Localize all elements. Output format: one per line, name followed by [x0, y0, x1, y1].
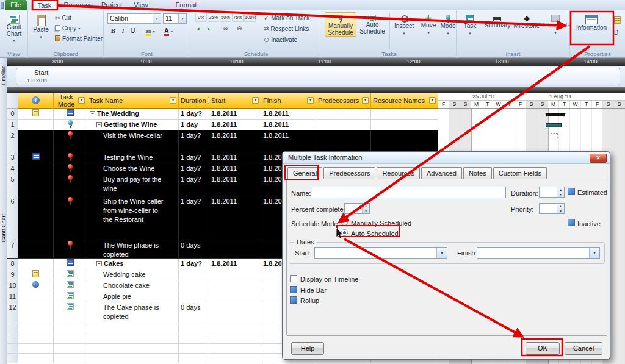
indicators-column-header[interactable]: i — [18, 93, 54, 109]
task-mode-cell[interactable] — [54, 259, 87, 269]
duration-stepper[interactable]: ▲▼ — [539, 187, 565, 198]
task-mode-cell[interactable] — [54, 240, 87, 259]
start-cell[interactable]: 1.8.2011 — [209, 174, 261, 196]
close-icon[interactable]: ✕ — [590, 154, 607, 163]
task-mode-cell[interactable] — [54, 152, 87, 163]
copy-button[interactable]: Copy ▾ — [54, 23, 81, 33]
row-number[interactable]: 12 — [7, 302, 18, 324]
spinner-arrows-icon[interactable]: ▲▼ — [362, 204, 369, 213]
insert-summary-button[interactable]: Summary — [483, 12, 511, 30]
task-mode-cell[interactable] — [54, 174, 87, 196]
task-mode-cell[interactable] — [54, 302, 87, 324]
insert-task-button[interactable]: Task ▾ — [459, 12, 481, 37]
task-mode-cell[interactable] — [54, 280, 87, 291]
spinner-arrows-icon[interactable]: ▲▼ — [557, 204, 564, 213]
predecessors-cell[interactable] — [316, 120, 371, 130]
row-number[interactable]: 11 — [7, 291, 18, 302]
resource-names-cell[interactable] — [371, 130, 438, 152]
collapse-toggle[interactable]: − — [90, 111, 95, 116]
inactive-checkbox[interactable] — [568, 219, 575, 226]
mode-button[interactable]: Mode ▾ — [441, 12, 455, 37]
start-cell[interactable]: 1.8.2011 — [209, 130, 261, 152]
resource-names-cell[interactable] — [371, 109, 438, 120]
task-name-cell[interactable]: Testing the Wine — [87, 152, 179, 163]
spinner-arrows-icon[interactable]: ▲▼ — [557, 187, 564, 197]
filter-arrow-icon[interactable]: ▾ — [252, 97, 259, 104]
duration-cell[interactable]: 0 days — [179, 240, 209, 259]
task-name-cell[interactable]: Chocolate cake — [87, 280, 179, 291]
indicator-cell[interactable] — [18, 280, 54, 291]
row-number[interactable]: 5 — [7, 174, 18, 196]
name-input[interactable] — [312, 187, 506, 198]
task-row-2[interactable]: 2Visit the Wine-cellar1 day?1.8.20111.8.… — [7, 130, 438, 152]
paste-button[interactable]: Paste ▾ — [31, 12, 51, 41]
respect-links-button[interactable]: ⇄ Respect Links — [262, 24, 310, 34]
auto-scheduled-label[interactable]: Auto Scheduled — [351, 230, 399, 237]
collapse-toggle[interactable]: − — [96, 261, 102, 266]
insert-deliverable-button[interactable]: Deliverable ▾ — [542, 12, 569, 37]
resource-names-cell[interactable] — [371, 120, 438, 130]
start-cell[interactable]: 1.8.2011 — [209, 120, 261, 130]
indicator-cell[interactable] — [18, 120, 54, 130]
start-cell[interactable] — [209, 302, 261, 324]
task-name-cell[interactable]: −The Wedding — [87, 109, 179, 120]
estimated-checkbox[interactable] — [568, 188, 575, 195]
duration-cell[interactable] — [179, 269, 209, 280]
task-name-cell[interactable]: Visit the Wine-cellar — [87, 130, 179, 152]
filter-arrow-icon[interactable]: ▾ — [170, 97, 176, 104]
link-tasks-button[interactable]: ∞ — [222, 24, 229, 34]
row-number[interactable]: 2 — [7, 130, 18, 152]
indicator-cell[interactable] — [18, 291, 54, 302]
tab-project[interactable]: Project — [98, 0, 126, 10]
task-name-cell[interactable]: −Cakes — [87, 259, 179, 269]
finish-cell[interactable]: 1.8.2011 — [261, 120, 316, 130]
timeline-body[interactable]: Start 1.8.2011 — [7, 66, 625, 87]
task-mode-cell[interactable] — [54, 291, 87, 302]
start-cell[interactable]: 1.8.2011 — [209, 109, 261, 120]
percent-0-button[interactable]: 0% — [195, 13, 207, 22]
move-button[interactable]: ✛ Move ▾ — [417, 12, 439, 37]
duration-cell[interactable]: 1 day? — [179, 163, 209, 174]
finish-cell[interactable]: 1.8.2011 — [261, 130, 316, 152]
finish-cell[interactable]: 1.8.2011 — [261, 109, 316, 120]
filter-arrow-icon[interactable]: ▾ — [429, 97, 436, 104]
manually-schedule-button[interactable]: Manually Schedule — [325, 12, 356, 37]
mark-on-track-button[interactable]: ✓ Mark on Track — [262, 13, 311, 23]
percent-50-button[interactable]: 50% — [220, 13, 231, 22]
row-number[interactable]: 6 — [7, 196, 18, 240]
tab-view[interactable]: View — [129, 0, 153, 10]
duration-cell[interactable]: 1 day? — [179, 130, 209, 152]
details-button[interactable]: D — [613, 27, 620, 37]
indicator-cell[interactable] — [18, 196, 54, 240]
font-color-button[interactable]: A ▾ — [161, 26, 176, 36]
row-number[interactable]: 3 — [7, 152, 18, 163]
auto-schedule-button[interactable]: Auto Schedule — [358, 12, 387, 35]
start-cell[interactable]: 1.8.2011 — [209, 163, 261, 174]
filter-arrow-icon[interactable]: ▾ — [362, 97, 369, 104]
indicator-cell[interactable] — [18, 269, 54, 280]
rollup-checkbox[interactable] — [290, 296, 297, 304]
underline-button[interactable]: U — [128, 26, 137, 36]
indent-button[interactable]: ▸ — [206, 24, 212, 34]
tab-general[interactable]: General — [287, 167, 322, 180]
filter-arrow-icon[interactable]: ▾ — [78, 97, 85, 104]
display-on-timeline-checkbox[interactable] — [290, 275, 297, 282]
format-painter-button[interactable]: Format Painter — [54, 34, 104, 43]
gantt-summary-bar[interactable] — [546, 113, 565, 116]
notes-button[interactable] — [613, 15, 622, 25]
task-name-cell[interactable]: Wedding cake — [87, 269, 179, 280]
task-mode-cell[interactable] — [54, 196, 87, 240]
task-mode-column-header[interactable]: Task Mode ▾ — [54, 93, 87, 109]
task-row-1[interactable]: 1−Getting the Wine1 day1.8.20111.8.2011 — [7, 120, 438, 130]
row-number[interactable]: 8 — [7, 259, 18, 269]
timeline-pane-strip[interactable]: Timeline — [0, 58, 7, 93]
task-mode-cell[interactable] — [54, 130, 87, 152]
indicator-cell[interactable] — [18, 163, 54, 174]
gantt-pane-strip[interactable]: Gantt Chart — [0, 93, 7, 364]
start-cell[interactable]: 1.8.2011 — [209, 259, 261, 269]
tab-format[interactable]: Format — [171, 0, 201, 10]
tab-resources[interactable]: Resources — [377, 167, 420, 179]
task-name-cell[interactable]: Apple pie — [87, 291, 179, 302]
insert-milestone-button[interactable]: ◆ Milestone — [513, 12, 541, 30]
indicator-cell[interactable] — [18, 152, 54, 163]
